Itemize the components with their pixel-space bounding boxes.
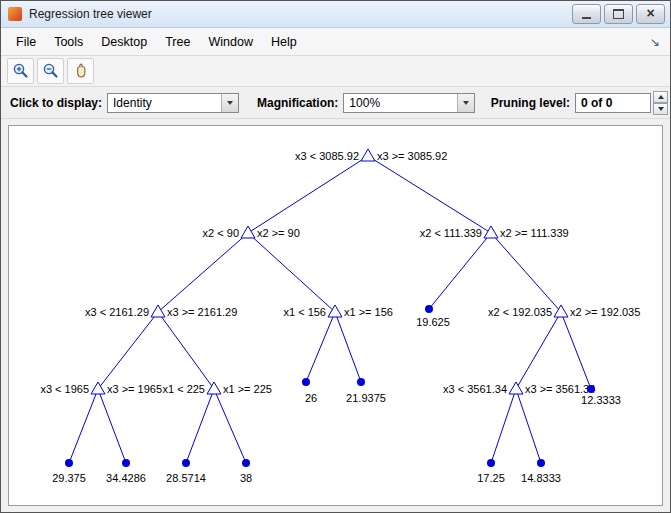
tree-edge <box>516 389 541 463</box>
split-node[interactable] <box>241 226 255 238</box>
split-left-label: x3 < 3561.34 <box>443 383 507 395</box>
leaf-value: 19.625 <box>416 316 450 328</box>
controls-bar: Click to display: Identity Magnification… <box>1 87 670 119</box>
split-right-label: x1 >= 156 <box>344 306 393 318</box>
tree-edge <box>248 156 368 233</box>
leaf-node[interactable] <box>357 378 365 386</box>
menu-tools[interactable]: Tools <box>45 31 92 53</box>
menu-file[interactable]: File <box>7 31 45 53</box>
leaf-node[interactable] <box>182 459 190 467</box>
pan-hand-icon <box>72 62 90 80</box>
tree-edge <box>98 312 158 389</box>
split-right-label: x1 >= 225 <box>223 383 272 395</box>
tree-svg[interactable]: x3 < 3085.92x3 >= 3085.92x2 < 90x2 >= 90… <box>9 126 662 505</box>
tree-edge <box>69 389 98 463</box>
close-icon: × <box>646 6 654 20</box>
dock-arrow-icon[interactable]: ↘ <box>650 35 660 49</box>
window-title: Regression tree viewer <box>29 7 572 21</box>
tree-edge <box>561 312 591 389</box>
chevron-down-icon[interactable] <box>221 94 238 112</box>
leaf-node[interactable] <box>122 459 130 467</box>
split-right-label: x3 >= 2161.29 <box>167 306 237 318</box>
maximize-button[interactable] <box>604 4 633 24</box>
magnification-combo[interactable]: 100% <box>343 93 475 113</box>
tree-edge <box>368 156 491 233</box>
zoom-in-button[interactable] <box>7 58 34 84</box>
close-button[interactable]: × <box>636 4 665 24</box>
split-left-label: x2 < 111.339 <box>420 227 482 239</box>
split-left-label: x3 < 3085.92 <box>295 150 359 162</box>
zoom-out-icon <box>42 62 60 80</box>
split-left-label: x2 < 90 <box>203 227 239 239</box>
maximize-icon <box>613 9 624 19</box>
tree-edge <box>491 233 561 312</box>
minimize-button[interactable] <box>572 4 601 24</box>
leaf-value: 34.4286 <box>106 472 146 484</box>
leaf-node[interactable] <box>302 378 310 386</box>
menu-help[interactable]: Help <box>262 31 306 53</box>
spinner-down-button[interactable] <box>653 103 668 115</box>
title-bar[interactable]: Regression tree viewer × <box>1 1 670 28</box>
leaf-value: 28.5714 <box>166 472 206 484</box>
menu-bar: File Tools Desktop Tree Window Help ↘ <box>1 28 670 56</box>
leaf-value: 29.375 <box>52 472 86 484</box>
pruning-spinner <box>653 91 668 115</box>
tool-bar <box>1 56 670 87</box>
split-node[interactable] <box>484 226 498 238</box>
leaf-value: 14.8333 <box>521 472 561 484</box>
split-right-label: x3 >= 1965 <box>107 383 162 395</box>
tree-edge <box>335 312 361 382</box>
leaf-node[interactable] <box>65 459 73 467</box>
tree-edge <box>158 233 248 312</box>
leaf-node[interactable] <box>587 385 595 393</box>
split-right-label: x2 >= 111.339 <box>500 227 569 239</box>
pruning-group: Pruning level: 0 of 0 <box>491 91 668 115</box>
pan-button[interactable] <box>67 58 94 84</box>
leaf-node[interactable] <box>242 459 250 467</box>
menu-window[interactable]: Window <box>199 31 261 53</box>
split-left-label: x2 < 192.035 <box>488 306 552 318</box>
split-left-label: x3 < 1965 <box>40 383 89 395</box>
zoom-out-button[interactable] <box>37 58 64 84</box>
chevron-up-icon <box>658 95 664 99</box>
leaf-node[interactable] <box>425 305 433 313</box>
leaf-node[interactable] <box>487 459 495 467</box>
leaf-value: 38 <box>240 472 252 484</box>
tree-edge <box>248 233 335 312</box>
zoom-in-icon <box>12 62 30 80</box>
split-node[interactable] <box>207 382 221 394</box>
tree-edge <box>429 233 491 309</box>
display-combo-value: Identity <box>108 96 221 110</box>
menu-desktop[interactable]: Desktop <box>92 31 156 53</box>
split-left-label: x3 < 2161.29 <box>85 306 149 318</box>
display-combo[interactable]: Identity <box>107 93 239 113</box>
tree-edge <box>306 312 335 382</box>
split-node[interactable] <box>151 305 165 317</box>
app-window: Regression tree viewer × File Tools Desk… <box>0 0 671 513</box>
magnification-combo-value: 100% <box>344 96 457 110</box>
split-right-label: x2 >= 192.035 <box>570 306 640 318</box>
split-node[interactable] <box>328 305 342 317</box>
split-node[interactable] <box>91 382 105 394</box>
split-right-label: x2 >= 90 <box>257 227 300 239</box>
menu-tree[interactable]: Tree <box>156 31 199 53</box>
chevron-down-icon <box>658 107 664 111</box>
split-right-label: x3 >= 3085.92 <box>377 150 447 162</box>
tree-canvas[interactable]: x3 < 3085.92x3 >= 3085.92x2 < 90x2 >= 90… <box>8 125 663 506</box>
leaf-value: 26 <box>305 392 317 404</box>
window-controls: × <box>572 4 665 24</box>
magnification-label: Magnification: <box>257 96 338 110</box>
chevron-down-icon[interactable] <box>457 94 474 112</box>
pruning-label: Pruning level: <box>491 96 570 110</box>
leaf-value: 21.9375 <box>346 392 386 404</box>
split-node[interactable] <box>509 382 523 394</box>
leaf-value: 12.3333 <box>581 394 621 406</box>
pruning-level-field[interactable]: 0 of 0 <box>575 93 651 113</box>
split-left-label: x1 < 156 <box>283 306 326 318</box>
tree-edge <box>516 312 561 389</box>
minimize-icon <box>582 17 591 19</box>
leaf-node[interactable] <box>537 459 545 467</box>
split-node[interactable] <box>361 149 375 161</box>
spinner-up-button[interactable] <box>653 91 668 103</box>
leaf-value: 17.25 <box>477 472 505 484</box>
